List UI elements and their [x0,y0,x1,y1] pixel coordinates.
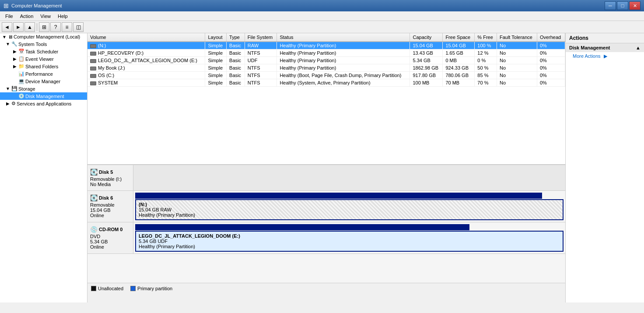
table-cell: Basic [227,64,245,72]
expand-icon: ▶ [12,64,18,69]
up-button[interactable]: ▲ [24,22,35,32]
legend-unallocated: Unallocated [91,286,123,291]
table-row[interactable]: HP_RECOVERY (D:)SimpleBasicNTFSHealthy (… [88,49,565,57]
table-cell: Basic [227,49,245,57]
col-status[interactable]: Status [277,33,410,42]
expand-icon: ▶ [5,101,10,106]
table-cell: 0% [537,57,565,64]
sidebar-label: Performance [25,71,53,77]
sidebar-item-disk-management[interactable]: 💿 Disk Management [0,92,87,100]
col-free[interactable]: Free Space [443,33,475,42]
col-type[interactable]: Type [227,33,245,42]
app-icon: ⊞ [4,2,9,9]
col-fs[interactable]: File System [245,33,277,42]
table-cell: Healthy (Primary Partition) [277,57,410,64]
table-cell: Healthy (Primary Partition) [277,49,410,57]
disk6-name: Disk 6 [99,195,113,200]
disk6-partition-block[interactable]: (N:) 15.04 GB RAW Healthy (Primary Parti… [135,199,564,220]
disk-5-row: 💽 Disk 5 Removable (I:) No Media [88,165,565,191]
col-pct[interactable]: % Free [475,33,497,42]
forward-button[interactable]: ► [13,22,24,32]
table-row[interactable]: My Book (J:)SimpleBasicNTFSHealthy (Prim… [88,64,565,72]
show-hide-button[interactable]: ⊞ [39,22,49,32]
expand-icon: ▶ [12,56,18,62]
table-cell: LEGO_DC_JL_ATTACK_LEGION_DOOM (E:) [88,57,205,64]
col-overhead[interactable]: Overhead [537,33,565,42]
table-cell: OS (C:) [88,72,205,79]
table-cell: UDF [245,57,277,64]
sidebar-item-root[interactable]: ▼ 🖥 Computer Management (Local) [0,33,87,40]
content-area: Volume Layout Type File System Status Ca… [88,33,565,302]
sidebar-item-shared-folders[interactable]: ▶ 📁 Shared Folders [0,63,87,70]
table-row[interactable]: LEGO_DC_JL_ATTACK_LEGION_DOOM (E:)Simple… [88,57,565,64]
col-volume[interactable]: Volume [88,33,205,42]
sidebar-item-system-tools[interactable]: ▼ 🔧 System Tools [0,40,87,48]
table-cell: 0% [537,72,565,79]
back-button[interactable]: ◄ [2,22,12,32]
close-button[interactable]: ✕ [629,1,640,10]
minimize-button[interactable]: ─ [605,1,616,10]
unallocated-label: Unallocated [98,286,123,291]
sidebar-item-storage[interactable]: ▼ 💾 Storage [0,85,87,92]
cdrom-0-partitions: LEGO_DC_JL_ATTACK_LEGION_DOOM (E:) 5.34 … [133,222,565,253]
disk-view[interactable]: 💽 Disk 5 Removable (I:) No Media 💽 [88,165,565,283]
table-cell: Simple [205,57,227,64]
table-cell: Basic [227,42,245,49]
table-cell: 15.04 GB [410,42,443,49]
table-cell: SYSTEM [88,79,205,87]
table-cell: NTFS [245,79,277,87]
view-button[interactable]: ◫ [73,22,84,32]
sidebar-label: Task Scheduler [25,49,58,54]
help-button[interactable]: ? [50,22,61,32]
maximize-button[interactable]: □ [617,1,628,10]
properties-button[interactable]: ≡ [62,22,72,32]
table-row[interactable]: OS (C:)SimpleBasicNTFSHealthy (Boot, Pag… [88,72,565,79]
table-cell: 50 % [475,64,497,72]
table-cell: Healthy (Boot, Page File, Crash Dump, Pr… [277,72,410,79]
expand-icon: ▼ [5,86,10,91]
sidebar-item-task-scheduler[interactable]: ▶ 📅 Task Scheduler [0,48,87,55]
toolbar: ◄ ► ▲ ⊞ ? ≡ ◫ [0,21,644,33]
table-cell: No [497,49,537,57]
disk5-type: Removable (I:) [90,176,130,182]
disk5-cylinder-icon: 💽 [90,169,98,176]
table-row[interactable]: SYSTEMSimpleBasicNTFSHealthy (System, Ac… [88,79,565,87]
cdrom0-part-size: 5.34 GB UDF [139,239,560,244]
table-cell: Basic [227,72,245,79]
sidebar-label: Storage [18,86,35,91]
actions-collapse-icon[interactable]: ▲ [636,45,640,50]
menu-action[interactable]: Action [17,13,37,20]
col-capacity[interactable]: Capacity [410,33,443,42]
sidebar-item-services[interactable]: ▶ ⚙ Services and Applications [0,100,87,107]
system-tools-icon: 🔧 [11,41,18,47]
device-manager-icon: 💻 [18,78,24,84]
cdrom0-name: CD-ROM 0 [99,227,122,232]
col-ft[interactable]: Fault Tolerance [497,33,537,42]
table-cell: Simple [205,49,227,57]
cdrom0-part-status: Healthy (Primary Partition) [139,244,560,249]
table-cell: 13.43 GB [410,49,443,57]
more-actions-item[interactable]: More Actions ▶ [566,52,644,60]
disk-view-container: 💽 Disk 5 Removable (I:) No Media 💽 [88,165,565,283]
col-layout[interactable]: Layout [205,33,227,42]
table-cell: 0% [537,42,565,49]
expand-icon: ▼ [2,34,7,39]
sidebar-item-device-manager[interactable]: 💻 Device Manager [0,77,87,85]
root-icon: 🖥 [8,34,13,39]
sidebar-item-performance[interactable]: 📊 Performance [0,70,87,77]
table-cell: 1862.98 GB [410,64,443,72]
menu-file[interactable]: File [2,13,17,20]
menu-help[interactable]: Help [54,13,71,20]
table-cell: Basic [227,79,245,87]
disk6-size: 15.04 GB [90,207,130,213]
menu-view[interactable]: View [37,13,54,20]
disk-mgmt-icon: 💿 [18,93,24,99]
table-cell: 0% [537,64,565,72]
cdrom0-header-bar [135,224,469,230]
actions-section-label: Disk Management [569,45,610,50]
table-cell: No [497,42,537,49]
cdrom0-partition-block[interactable]: LEGO_DC_JL_ATTACK_LEGION_DOOM (E:) 5.34 … [135,231,564,252]
table-row[interactable]: (N:)SimpleBasicRAWHealthy (Primary Parti… [88,42,565,49]
sidebar-item-event-viewer[interactable]: ▶ 📋 Event Viewer [0,55,87,63]
table-cell: Healthy (Primary Partition) [277,42,410,49]
